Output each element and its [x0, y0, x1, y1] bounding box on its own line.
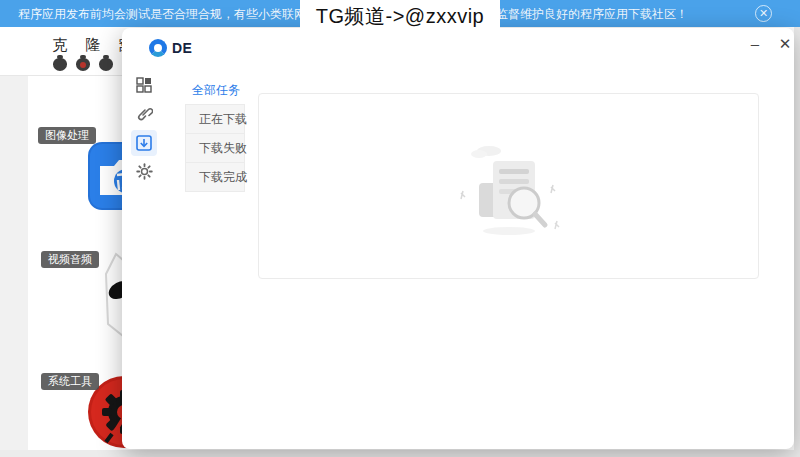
- app-title-icons: [53, 58, 113, 71]
- screen: 程序应用发布前均会测试是否合理合规，有些小类联网软件后期可能 长进行处理，共同监…: [0, 0, 800, 457]
- app-logo: DE: [149, 39, 192, 57]
- tab-all-tasks[interactable]: 全部任务: [192, 82, 240, 99]
- bag-icon: [76, 58, 90, 71]
- category-badge-image-processing: 图像处理: [38, 127, 96, 144]
- task-tab-column: 正在下载 下载失败 下载完成: [185, 105, 245, 192]
- settings-icon[interactable]: [131, 158, 157, 184]
- logo-ring-icon: [149, 39, 167, 57]
- link-icon[interactable]: [131, 100, 157, 126]
- download-icon[interactable]: [131, 130, 157, 156]
- logo-text: DE: [172, 40, 192, 56]
- task-list-panel: [258, 93, 759, 279]
- tab-downloading[interactable]: 正在下载: [185, 104, 245, 134]
- bag-icon: [99, 58, 113, 71]
- app-left-sidebar: [0, 76, 28, 450]
- category-badge-video-audio: 视频音频: [41, 251, 99, 268]
- category-badge-system-tools: 系统工具: [41, 373, 99, 390]
- apps-icon[interactable]: [131, 72, 157, 98]
- empty-state-illustration: [439, 131, 579, 241]
- minimize-button[interactable]: –: [744, 34, 766, 56]
- tab-download-failed[interactable]: 下载失败: [185, 133, 245, 163]
- download-dialog: DE – ✕: [122, 28, 794, 449]
- close-button[interactable]: ✕: [774, 34, 796, 56]
- watermark-box: TG频道->@zxxvip: [300, 0, 500, 33]
- banner-close-icon[interactable]: ✕: [755, 5, 772, 22]
- bag-icon: [53, 58, 67, 71]
- watermark-text: TG频道->@zxxvip: [316, 3, 484, 30]
- tab-download-complete[interactable]: 下载完成: [185, 162, 245, 192]
